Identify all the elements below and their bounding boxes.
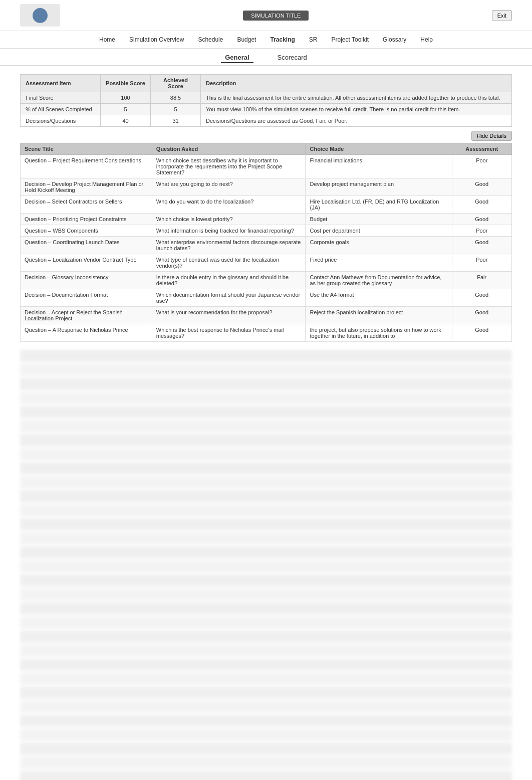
choice-made: Corporate goals	[306, 237, 452, 254]
logo-icon	[33, 8, 48, 23]
tab-scorecard[interactable]: Scorecard	[274, 53, 311, 63]
detail-header: Hide Details	[20, 131, 512, 141]
assessment-value: Poor	[452, 225, 512, 237]
question-asked: What is your recommendation for the prop…	[152, 307, 306, 324]
exit-button[interactable]: Exit	[492, 10, 512, 21]
description: This is the final assessment for the ent…	[201, 92, 512, 104]
table-row: Question – WBS Components What informati…	[21, 225, 512, 237]
nav-item-budget[interactable]: Budget	[234, 35, 259, 44]
question-asked: What type of contract was used for the l…	[152, 254, 306, 272]
question-asked: What information is being tracked for fi…	[152, 225, 306, 237]
question-asked: Which choice is lowest priority?	[152, 214, 306, 225]
nav-item-toolkit[interactable]: Project Toolkit	[329, 35, 372, 44]
scene-title: Question – Project Requirement Considera…	[21, 155, 152, 178]
logo-area	[20, 4, 60, 27]
table-row: Question – Prioritizing Project Constrai…	[21, 214, 512, 225]
table-row: Decisions/Questions 40 31 Decisions/Ques…	[21, 115, 512, 127]
choice-made: Hire Localisation Ltd. (FR, DE) and RTG …	[306, 196, 452, 214]
assessment-value: Good	[452, 214, 512, 225]
header-center: SIMULATION TITLE	[60, 11, 492, 21]
description: Decisions/Questions are assessed as Good…	[201, 115, 512, 127]
choice-made: Reject the Spanish localization project	[306, 307, 452, 324]
summary-table: Assessment Item Possible Score Achieved …	[20, 74, 512, 127]
achieved-score: 5	[151, 104, 201, 115]
scene-title: Decision – Develop Project Management Pl…	[21, 178, 152, 196]
main-content: Assessment Item Possible Score Achieved …	[0, 66, 532, 780]
header: SIMULATION TITLE Exit	[0, 0, 532, 31]
nav-item-sr[interactable]: SR	[306, 35, 321, 44]
table-row: Decision – Glossary Inconsistency Is the…	[21, 272, 512, 289]
nav-item-schedule[interactable]: Schedule	[195, 35, 226, 44]
item-label: % of All Scenes Completed	[21, 104, 101, 115]
choice-made: Financial implications	[306, 155, 452, 178]
question-asked: Which choice best describes why it is im…	[152, 155, 306, 178]
table-row: Decision – Documentation Format Which do…	[21, 289, 512, 307]
sim-title: SIMULATION TITLE	[243, 11, 309, 21]
assessment-value: Good	[452, 289, 512, 307]
scene-title: Decision – Accept or Reject the Spanish …	[21, 307, 152, 324]
choice-made: Use the A4 format	[306, 289, 452, 307]
col-description: Description	[201, 75, 512, 92]
nav-item-tracking[interactable]: Tracking	[267, 35, 298, 44]
col-scene-title: Scene Title	[21, 143, 152, 155]
scene-title: Question – Localization Vendor Contract …	[21, 254, 152, 272]
choice-made: Budget	[306, 214, 452, 225]
question-asked: Which documentation format should your J…	[152, 289, 306, 307]
assessment-value: Good	[452, 307, 512, 324]
assessment-value: Good	[452, 237, 512, 254]
scene-title: Question – Coordinating Launch Dates	[21, 237, 152, 254]
main-nav: Home Simulation Overview Schedule Budget…	[0, 31, 532, 49]
achieved-score: 88.5	[151, 92, 201, 104]
col-achieved-score: Achieved Score	[151, 75, 201, 92]
nav-item-home[interactable]: Home	[96, 35, 118, 44]
choice-made: Fixed price	[306, 254, 452, 272]
assessment-value: Good	[452, 196, 512, 214]
scene-title: Question – Prioritizing Project Constrai…	[21, 214, 152, 225]
table-row: Question – Project Requirement Considera…	[21, 155, 512, 178]
blurred-content	[20, 350, 512, 780]
possible-score: 100	[101, 92, 151, 104]
scene-title: Decision – Documentation Format	[21, 289, 152, 307]
table-row: Decision – Select Contractors or Sellers…	[21, 196, 512, 214]
question-asked: Who do you want to do the localization?	[152, 196, 306, 214]
nav-item-help[interactable]: Help	[417, 35, 436, 44]
table-row: Final Score 100 88.5 This is the final a…	[21, 92, 512, 104]
choice-made: the project, but also propose solutions …	[306, 324, 452, 342]
nav-item-glossary[interactable]: Glossary	[380, 35, 409, 44]
scene-title: Decision – Select Contractors or Sellers	[21, 196, 152, 214]
description: You must view 100% of the simulation sce…	[201, 104, 512, 115]
logo	[20, 4, 60, 27]
question-asked: Is there a double entry in the glossary …	[152, 272, 306, 289]
assessment-value: Good	[452, 324, 512, 342]
col-question-asked: Question Asked	[152, 143, 306, 155]
possible-score: 40	[101, 115, 151, 127]
item-label: Final Score	[21, 92, 101, 104]
possible-score: 5	[101, 104, 151, 115]
table-row: Decision – Accept or Reject the Spanish …	[21, 307, 512, 324]
sub-tabs: General Scorecard	[0, 49, 532, 66]
scene-title: Question – A Response to Nicholas Prince	[21, 324, 152, 342]
col-possible-score: Possible Score	[101, 75, 151, 92]
item-label: Decisions/Questions	[21, 115, 101, 127]
table-row: Decision – Develop Project Management Pl…	[21, 178, 512, 196]
col-assessment: Assessment	[452, 143, 512, 155]
col-assessment-item: Assessment Item	[21, 75, 101, 92]
nav-item-sim-overview[interactable]: Simulation Overview	[126, 35, 187, 44]
question-asked: Which is the best response to Nicholas P…	[152, 324, 306, 342]
table-row: Question – Localization Vendor Contract …	[21, 254, 512, 272]
assessment-value: Good	[452, 178, 512, 196]
assessment-value: Fair	[452, 272, 512, 289]
hide-details-button[interactable]: Hide Details	[471, 131, 512, 141]
detail-table: Scene Title Question Asked Choice Made A…	[20, 143, 512, 342]
achieved-score: 31	[151, 115, 201, 127]
tab-general[interactable]: General	[221, 53, 253, 63]
header-right: Exit	[492, 10, 512, 21]
assessment-value: Poor	[452, 254, 512, 272]
table-row: Question – A Response to Nicholas Prince…	[21, 324, 512, 342]
choice-made: Develop project management plan	[306, 178, 452, 196]
scene-title: Question – WBS Components	[21, 225, 152, 237]
question-asked: What are you going to do next?	[152, 178, 306, 196]
question-asked: What enterprise environmental factors di…	[152, 237, 306, 254]
scene-title: Decision – Glossary Inconsistency	[21, 272, 152, 289]
choice-made: Cost per department	[306, 225, 452, 237]
